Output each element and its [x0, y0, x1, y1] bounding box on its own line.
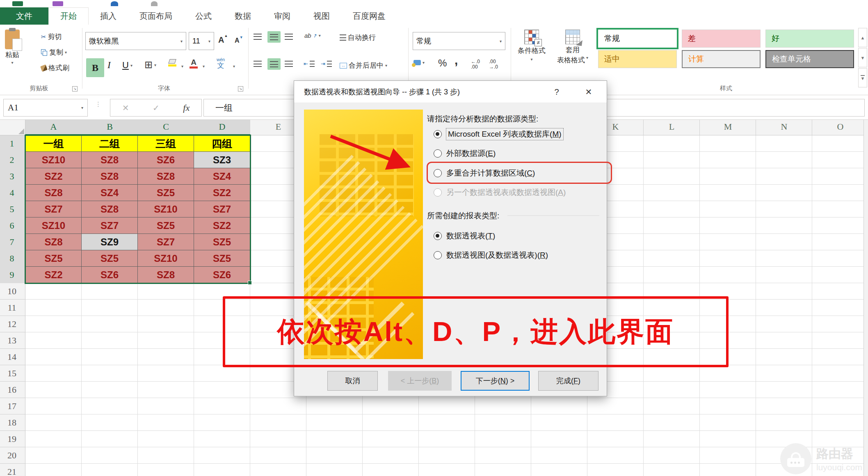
font-name-combo[interactable]: 微软雅黑 ▾ [85, 32, 186, 50]
tab-开始[interactable]: 开始 [48, 7, 89, 25]
radio-selected-icon[interactable] [434, 232, 442, 240]
table-cell[interactable]: SZ10 [138, 201, 194, 217]
vertical-scrollbar[interactable] [863, 120, 868, 476]
row-header-15[interactable]: 15 [0, 365, 24, 382]
comma-style-button[interactable]: , [455, 53, 458, 67]
radio-label[interactable]: Microsoft Excel 列表或数据库(M) [446, 128, 563, 140]
merge-center-button[interactable]: ↔ 合并后居中 ▾ [340, 61, 387, 70]
table-cell[interactable]: SZ2 [25, 168, 82, 185]
table-cell[interactable]: SZ8 [82, 201, 138, 217]
cell-style-计算[interactable]: 计算 [682, 50, 761, 68]
radio-label[interactable]: 数据透视图(及数据透视表)(R) [446, 250, 548, 261]
copy-button[interactable]: 复制 ▾ [41, 48, 67, 57]
table-cell[interactable]: SZ7 [194, 201, 250, 217]
row-header-12[interactable]: 12 [0, 316, 24, 332]
decrease-font-button[interactable]: A▼ [235, 37, 240, 44]
table-cell[interactable]: SZ8 [25, 185, 82, 201]
gallery-scroll-down-button[interactable]: ▼ [858, 48, 867, 67]
insert-function-icon[interactable]: fx [183, 103, 190, 113]
font-size-combo[interactable]: 11 ▾ [189, 32, 214, 50]
increase-font-button[interactable]: A▲ [218, 35, 224, 45]
quick-access-icon[interactable] [53, 1, 63, 6]
orientation-button[interactable]: ab ↗ ▾ [304, 32, 321, 39]
table-cell[interactable]: SZ9 [82, 234, 138, 250]
italic-button[interactable]: I [107, 60, 111, 71]
radio-option[interactable]: Microsoft Excel 列表或数据库(M) [434, 128, 563, 140]
table-cell[interactable]: SZ2 [194, 185, 250, 201]
row-header-2[interactable]: 2 [0, 152, 24, 168]
align-center-button[interactable] [267, 58, 281, 70]
radio-icon[interactable] [434, 149, 442, 158]
name-box-splitter[interactable]: ⋮ [95, 103, 101, 106]
radio-label[interactable]: 外部数据源(E) [446, 148, 496, 159]
font-dialog-launcher[interactable]: ↘ [238, 86, 243, 92]
enter-entry-icon[interactable]: ✓ [153, 103, 160, 113]
table-cell[interactable]: SZ8 [82, 168, 138, 185]
percent-style-button[interactable]: % [438, 57, 447, 69]
decrease-decimal-button[interactable]: .00 →.0 [489, 59, 498, 70]
cell-style-差[interactable]: 差 [682, 30, 761, 48]
tab-公式[interactable]: 公式 [184, 7, 223, 25]
row-header-4[interactable]: 4 [0, 185, 24, 201]
decrease-indent-button[interactable]: ⇤ [304, 61, 315, 67]
table-cell[interactable]: SZ8 [82, 152, 138, 168]
dialog-button-finish[interactable]: 完成(F) [538, 371, 598, 391]
table-cell[interactable]: SZ10 [138, 250, 194, 267]
column-header-D[interactable]: D [194, 121, 250, 132]
table-cell[interactable]: SZ2 [25, 267, 82, 283]
align-right-button[interactable] [285, 61, 293, 67]
row-header-10[interactable]: 10 [0, 283, 24, 300]
radio-icon[interactable] [434, 251, 442, 259]
cell-style-好[interactable]: 好 [765, 30, 854, 48]
tab-插入[interactable]: 插入 [89, 7, 128, 25]
undo-icon[interactable] [111, 1, 118, 6]
table-cell[interactable]: SZ8 [25, 234, 82, 250]
radio-option[interactable]: 数据透视图(及数据透视表)(R) [434, 249, 548, 261]
table-cell[interactable]: SZ5 [194, 234, 250, 250]
row-header-5[interactable]: 5 [0, 201, 24, 217]
conditional-formatting-button[interactable]: ≠ 条件格式 ▾ [518, 30, 546, 62]
row-header-8[interactable]: 8 [0, 250, 24, 267]
align-left-button[interactable] [254, 61, 262, 67]
table-cell[interactable]: SZ10 [25, 152, 82, 168]
tab-数据[interactable]: 数据 [223, 7, 263, 25]
column-header-B[interactable]: B [82, 121, 138, 132]
row-headers[interactable]: 123456789101112131415161718192021 [0, 135, 25, 476]
row-header-17[interactable]: 17 [0, 398, 24, 414]
column-header-M[interactable]: M [700, 121, 756, 132]
table-cell[interactable]: SZ5 [194, 250, 250, 267]
clipboard-dialog-launcher[interactable]: ↘ [72, 86, 78, 92]
table-header-cell[interactable]: 三组 [138, 135, 194, 152]
align-middle-button[interactable] [267, 31, 281, 43]
cancel-entry-icon[interactable]: ✕ [122, 103, 129, 113]
table-cell[interactable]: SZ8 [138, 168, 194, 185]
align-top-button[interactable] [254, 34, 262, 40]
table-cell[interactable]: SZ8 [138, 267, 194, 283]
radio-selected-icon[interactable] [434, 130, 442, 138]
dialog-button-next[interactable]: 下一步(N) > [461, 371, 530, 391]
row-header-1[interactable]: 1 [0, 135, 24, 152]
tab-文件[interactable]: 文件 [0, 7, 48, 25]
column-header-O[interactable]: O [812, 121, 868, 132]
accounting-format-button[interactable]: ▾ [413, 60, 425, 65]
row-header-14[interactable]: 14 [0, 349, 24, 365]
gallery-scroll-up-button[interactable]: ▲ [858, 28, 867, 47]
table-cell[interactable]: SZ7 [25, 201, 82, 217]
number-format-combo[interactable]: 常规 ▾ [413, 32, 505, 50]
redo-icon[interactable] [151, 1, 158, 6]
phonetic-button[interactable]: wén 文 [217, 57, 225, 69]
format-painter-button[interactable]: 格式刷 [41, 63, 69, 73]
bold-button[interactable]: B [86, 58, 104, 77]
row-header-6[interactable]: 6 [0, 217, 24, 234]
row-header-11[interactable]: 11 [0, 300, 24, 316]
cut-button[interactable]: ✂ 剪切 [41, 32, 62, 41]
increase-indent-button[interactable]: ⇥ [321, 61, 332, 67]
dialog-button-cancel[interactable]: 取消 [327, 371, 378, 391]
row-header-7[interactable]: 7 [0, 234, 24, 250]
cell-style-适中[interactable]: 适中 [598, 50, 677, 68]
increase-decimal-button[interactable]: ←.0 .00 [471, 59, 480, 70]
table-cell[interactable]: SZ2 [194, 217, 250, 234]
row-header-16[interactable]: 16 [0, 382, 24, 398]
cell-style-检查单元格[interactable]: 检查单元格 [765, 50, 854, 68]
table-cell[interactable]: SZ5 [25, 250, 82, 267]
